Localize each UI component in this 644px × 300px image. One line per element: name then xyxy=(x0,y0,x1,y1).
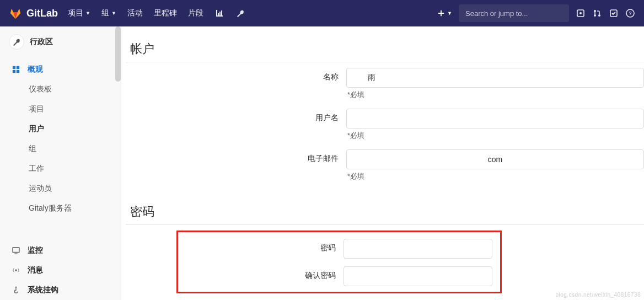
svg-point-8 xyxy=(598,14,600,17)
sidebar-item-overview[interactable]: 概观 xyxy=(0,60,121,79)
brand-logo[interactable]: GitLab xyxy=(9,7,58,20)
nav-item-snippets[interactable]: 片段 xyxy=(188,8,203,18)
chevron-down-icon: ▼ xyxy=(111,10,116,16)
email-label: 电子邮件 xyxy=(126,149,346,164)
username-label: 用户名 xyxy=(126,109,346,123)
svg-rect-13 xyxy=(17,66,19,69)
help-icon[interactable]: ? xyxy=(625,8,635,18)
form-group-name: 名称 *必填 xyxy=(126,68,644,108)
svg-point-18 xyxy=(15,286,17,288)
name-label: 名称 xyxy=(126,68,346,82)
form-group-email: 电子邮件 *必填 xyxy=(126,149,644,189)
nav-item-projects[interactable]: 项目▼ xyxy=(68,8,90,18)
new-menu-button[interactable]: ▼ xyxy=(437,9,452,17)
main-content: 帐户 名称 *必填 用户名 *必填 电子邮件 *必填 密码 xyxy=(121,26,644,300)
sidebar-subitem-runners[interactable]: 运动员 xyxy=(0,179,121,199)
svg-rect-15 xyxy=(17,70,19,73)
sidebar-context-header[interactable]: 行政区 xyxy=(0,26,121,57)
svg-rect-16 xyxy=(13,248,19,253)
form-group-password: 密码 xyxy=(178,239,500,259)
global-search-container[interactable] xyxy=(459,4,569,22)
form-group-username: 用户名 *必填 xyxy=(126,109,644,148)
svg-rect-0 xyxy=(218,13,219,15)
top-nav: GitLab 项目▼ 组▼ 活动 里程碑 片段 ▼ xyxy=(0,0,644,26)
password-section-title: 密码 xyxy=(126,199,644,225)
svg-rect-1 xyxy=(219,12,221,15)
sidebar-context-title: 行政区 xyxy=(30,37,53,47)
top-nav-right: ▼ ? xyxy=(437,4,635,22)
plus-icon xyxy=(437,9,445,17)
sidebar-subitem-jobs[interactable]: 工作 xyxy=(0,159,121,179)
top-nav-items: 项目▼ 组▼ 活动 里程碑 片段 xyxy=(68,8,245,18)
sidebar-subitem-groups[interactable]: 组 xyxy=(0,139,121,159)
scrollbar-thumb[interactable] xyxy=(115,26,121,82)
sidebar-subitem-gitaly[interactable]: Gitaly服务器 xyxy=(0,199,121,218)
sidebar-item-messages[interactable]: 消息 xyxy=(0,260,121,280)
name-required-hint: *必填 xyxy=(347,90,644,100)
overview-icon xyxy=(11,66,21,73)
username-input[interactable] xyxy=(346,109,644,128)
sidebar-item-hooks[interactable]: 系统挂钩 xyxy=(0,280,121,300)
wrench-icon[interactable] xyxy=(235,8,245,18)
nav-item-milestones[interactable]: 里程碑 xyxy=(154,8,177,18)
sidebar-item-monitoring[interactable]: 监控 xyxy=(0,240,121,260)
brand-name: GitLab xyxy=(26,8,58,19)
hook-icon xyxy=(11,286,21,294)
chevron-down-icon: ▼ xyxy=(85,10,90,16)
email-required-hint: *必填 xyxy=(347,172,644,181)
name-input[interactable] xyxy=(346,68,644,88)
search-input[interactable] xyxy=(465,9,558,18)
password-label: 密码 xyxy=(178,239,344,253)
svg-text:?: ? xyxy=(629,10,631,16)
svg-point-5 xyxy=(579,12,582,14)
nav-item-groups[interactable]: 组▼ xyxy=(101,8,116,18)
password-input[interactable] xyxy=(344,239,492,259)
sidebar-bottom: 监控 消息 系统挂钩 xyxy=(0,240,121,300)
svg-point-7 xyxy=(594,14,596,17)
gitlab-logo-icon xyxy=(9,7,22,20)
account-section-title: 帐户 xyxy=(126,36,644,62)
sidebar-subitem-projects[interactable]: 项目 xyxy=(0,99,121,119)
admin-icon xyxy=(9,34,24,50)
svg-rect-2 xyxy=(221,10,222,15)
form-group-confirm-password: 确认密码 xyxy=(178,266,500,286)
svg-rect-12 xyxy=(13,66,15,69)
confirm-password-input[interactable] xyxy=(344,266,492,286)
issues-icon[interactable] xyxy=(576,8,586,18)
todos-icon[interactable] xyxy=(609,8,619,18)
watermark-text: blog.csdn.net/weixin_40816738 xyxy=(555,292,641,298)
sidebar-subitem-dashboard[interactable]: 仪表板 xyxy=(0,79,121,99)
broadcast-icon xyxy=(11,266,21,274)
username-required-hint: *必填 xyxy=(347,131,644,141)
chart-icon[interactable] xyxy=(214,8,224,18)
monitor-icon xyxy=(11,247,21,254)
sidebar: 行政区 概观 仪表板 项目 用户 组 工作 运动员 Gitaly服务器 监控 xyxy=(0,26,121,300)
merge-request-icon[interactable] xyxy=(592,8,602,18)
svg-point-17 xyxy=(15,269,17,271)
password-highlight-box: 密码 确认密码 xyxy=(176,231,502,293)
email-input[interactable] xyxy=(346,149,644,169)
chevron-down-icon: ▼ xyxy=(447,10,452,16)
confirm-password-label: 确认密码 xyxy=(178,266,344,281)
overview-section: 概观 仪表板 项目 用户 组 工作 运动员 Gitaly服务器 xyxy=(0,57,121,221)
nav-item-activity[interactable]: 活动 xyxy=(127,8,143,18)
svg-point-6 xyxy=(594,10,596,12)
sidebar-subitem-users[interactable]: 用户 xyxy=(0,119,121,139)
svg-rect-14 xyxy=(13,70,15,73)
